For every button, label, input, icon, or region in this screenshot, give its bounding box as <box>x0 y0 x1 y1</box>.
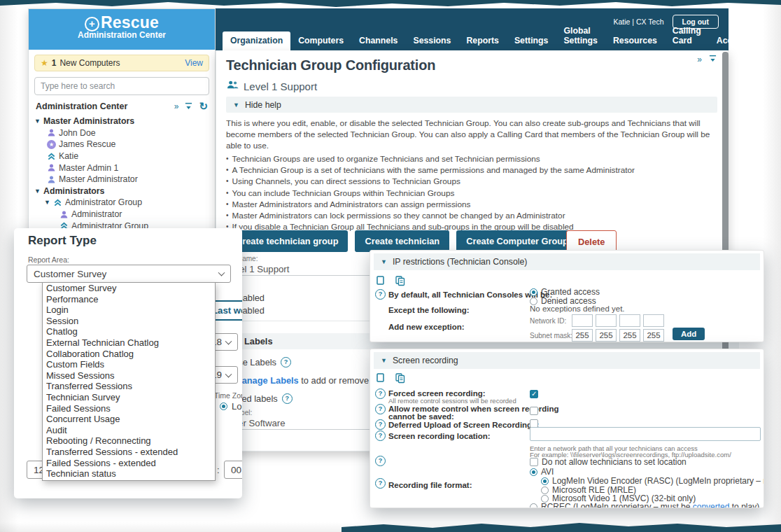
report-option[interactable]: Technician Survey <box>43 392 215 403</box>
report-option[interactable]: Transferred Sessions - extended <box>43 447 215 458</box>
collapse-content-icon[interactable] <box>709 55 717 64</box>
help-icon[interactable]: ? <box>375 456 386 466</box>
report-option[interactable]: Audit <box>43 425 215 436</box>
sidebar-header: +Rescue Administration Center <box>29 9 215 50</box>
view-link[interactable]: View <box>185 58 203 68</box>
expand-content-icon[interactable]: » <box>697 55 702 64</box>
tree-item-administrators[interactable]: ▼Administrators <box>29 186 215 197</box>
tree-item-administrator-group[interactable]: ▼Administrator Group <box>29 197 215 209</box>
name-field-input[interactable] <box>223 263 379 276</box>
report-option[interactable]: Technician status <box>43 468 215 479</box>
subnet-octet-input[interactable] <box>572 329 593 342</box>
add-exception-label: Add new exception: <box>388 323 465 331</box>
nav-tab[interactable]: Account <box>709 31 759 50</box>
do-not-allow-checkbox-row[interactable]: Do not allow technicians to set location <box>530 457 687 467</box>
report-option[interactable]: Customer Survey <box>43 283 215 294</box>
nav-tab[interactable]: Global Settings <box>556 22 605 50</box>
subnet-octet-input[interactable] <box>619 329 640 342</box>
network-octet-input[interactable] <box>572 314 593 327</box>
nav-tab[interactable]: Computers <box>290 31 351 50</box>
report-option[interactable]: Session <box>43 316 215 327</box>
nav-tab[interactable]: Sessions <box>405 31 458 50</box>
no-exceptions-text: No exceptions defined yet. <box>530 304 625 313</box>
collapse-all-icon[interactable] <box>185 102 192 111</box>
recording-location-label: Screen recording location: <box>388 432 491 440</box>
format-rcrec-radio[interactable]: RCREC (LogMeIn proprietary – must be con… <box>530 502 759 508</box>
network-octet-input[interactable] <box>643 314 664 327</box>
new-computers-count: 1 <box>52 58 57 68</box>
deferred-upload-label: Deferred Upload of Screen Recordings: <box>388 421 539 429</box>
nav-tab[interactable]: Calling Card <box>665 22 709 50</box>
paste-settings-icon[interactable] <box>395 373 405 386</box>
tree-item-james-rescue[interactable]: ★James Rescue <box>29 139 215 150</box>
screen-recording-header[interactable]: ▼ Screen recording <box>374 352 760 369</box>
help-icon[interactable]: ? <box>375 404 386 414</box>
new-computers-banner[interactable]: ★ 1 New Computers View <box>34 55 209 71</box>
tree-item-administrator[interactable]: Administrator <box>29 209 215 220</box>
tree-item-katie[interactable]: Katie <box>29 150 215 162</box>
report-option[interactable]: Login <box>43 304 215 316</box>
nav-tab[interactable]: Channels <box>351 31 405 50</box>
help-icon[interactable]: ? <box>375 478 386 489</box>
nav-tab[interactable]: Resources <box>605 31 665 50</box>
report-option[interactable]: Performance <box>43 294 215 305</box>
subnet-octet-input[interactable] <box>596 329 617 342</box>
search-input[interactable] <box>34 77 209 95</box>
hide-help-toggle[interactable]: ▼ Hide help <box>226 97 717 113</box>
format-avi-radio[interactable]: AVI <box>530 467 554 477</box>
radio-off-icon <box>530 298 537 305</box>
refresh-icon[interactable]: ↻ <box>199 102 208 111</box>
report-option[interactable]: Failed Sessions <box>43 403 215 414</box>
help-icon[interactable]: ? <box>282 393 293 404</box>
forced-recording-checkbox[interactable] <box>530 390 538 398</box>
create-button[interactable]: Create technician <box>355 230 449 252</box>
report-option[interactable]: External Technician Chatlog <box>43 337 215 349</box>
report-option[interactable]: Failed Sessions - extended <box>43 458 215 469</box>
report-option[interactable]: Rebooting / Reconnecting <box>43 435 215 447</box>
to-minute-select[interactable]: 00 <box>224 461 242 479</box>
subnet-octet-input[interactable] <box>643 329 664 342</box>
network-octet-input[interactable] <box>596 314 617 327</box>
nav-tabs: OrganizationComputersChannelsSessionsRep… <box>223 22 759 50</box>
caret-down-icon[interactable]: ▼ <box>34 188 41 195</box>
ip-restrictions-header[interactable]: ▼ IP restrictions (Technician Console) <box>374 253 760 270</box>
timezone-local-radio[interactable]: Local time <box>220 401 242 412</box>
allow-remote-checkbox[interactable] <box>530 407 538 415</box>
expand-panel-icon[interactable]: » <box>174 102 179 111</box>
person-icon <box>47 163 56 172</box>
converted-link[interactable]: converted <box>693 502 730 508</box>
tree-item-master-administrator[interactable]: Master Administrator <box>29 174 215 186</box>
help-icon[interactable]: ? <box>375 289 386 300</box>
report-option[interactable]: Transferred Sessions <box>43 381 215 392</box>
tree-item-master-administrators[interactable]: ▼Master Administrators <box>29 115 215 127</box>
network-octet-input[interactable] <box>619 314 640 327</box>
copy-settings-icon[interactable] <box>377 276 386 289</box>
caret-down-icon[interactable]: ▼ <box>34 118 41 125</box>
create-button[interactable]: Create Computer Group <box>456 230 578 252</box>
granted-access-radio[interactable]: Granted access <box>530 287 600 297</box>
create-button[interactable]: Create technician group <box>226 230 348 252</box>
nav-tab[interactable]: Organization <box>223 31 290 50</box>
report-option[interactable]: Custom Fields <box>43 359 215 370</box>
report-option[interactable]: Chatlog <box>43 326 215 337</box>
nav-tab[interactable]: Settings <box>507 31 556 50</box>
report-area-select[interactable]: Customer Survey <box>27 265 231 283</box>
format-rasc-radio[interactable]: LogMeIn Video Encoder (RASC) (LogMeIn pr… <box>541 476 764 486</box>
help-icon[interactable]: ? <box>375 388 386 399</box>
tree-item-john-doe[interactable]: John Doe <box>29 127 215 139</box>
help-icon[interactable]: ? <box>375 419 386 430</box>
add-exception-button[interactable]: Add <box>673 328 705 340</box>
paste-settings-icon[interactable] <box>395 276 405 289</box>
recording-format-label: Recording file format: <box>388 481 472 489</box>
report-option[interactable]: Missed Sessions <box>43 370 215 382</box>
copy-settings-icon[interactable] <box>377 373 386 386</box>
help-icon[interactable]: ? <box>281 357 291 368</box>
caret-down-icon[interactable]: ▼ <box>44 199 50 206</box>
recording-location-input[interactable] <box>530 427 761 441</box>
manage-labels-link[interactable]: Manage Labels <box>234 375 299 386</box>
report-option[interactable]: Collaboration Chatlog <box>43 349 215 360</box>
nav-tab[interactable]: Reports <box>458 31 506 50</box>
report-option[interactable]: Concurrent Usage <box>43 414 215 425</box>
tree-item-master-admin-1[interactable]: Master Admin 1 <box>29 162 215 174</box>
help-icon[interactable]: ? <box>375 430 386 441</box>
